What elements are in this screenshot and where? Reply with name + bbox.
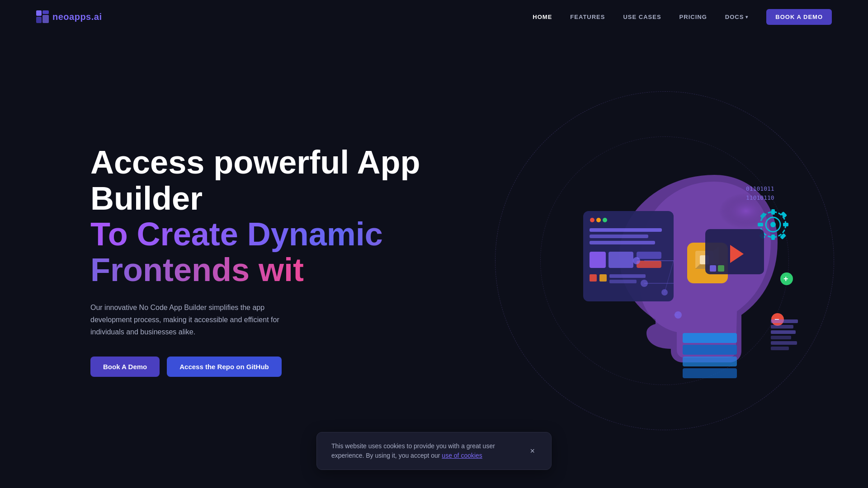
svg-rect-48 [771,325,793,328]
hero-section: Access powerful App Builder To Create Dy… [0,33,868,488]
hero-buttons: Book A Demo Access the Repo on GitHub [90,357,420,377]
logo-text: neoapps.ai [52,12,102,22]
hero-illustration: 01101011 11010110 [461,33,868,488]
nav-item-docs[interactable]: DOCS ▾ [725,14,749,20]
svg-rect-43 [683,333,737,343]
svg-rect-27 [599,274,607,282]
svg-rect-50 [771,336,791,339]
svg-point-31 [633,257,640,264]
logo-icon [36,10,49,23]
hero-subtitle: Our innovative No Code App Builder simpl… [90,301,307,338]
github-repo-button[interactable]: Access the Repo on GitHub [167,357,282,377]
cookie-message: This website uses cookies to provide you… [331,441,519,460]
nav-item-home[interactable]: HOME [533,13,552,21]
svg-rect-45 [683,357,737,366]
svg-rect-20 [590,235,648,238]
svg-rect-55 [710,265,716,272]
logo[interactable]: neoapps.ai [36,10,102,23]
nav-item-features[interactable]: FEATURES [570,13,605,21]
svg-rect-51 [771,341,797,345]
binary-line1: 01101011 [746,185,774,192]
svg-point-16 [590,218,594,222]
svg-rect-3 [36,17,42,23]
svg-point-6 [770,222,776,227]
svg-rect-24 [637,252,661,259]
nav-item-use-cases[interactable]: USE CASES [623,13,661,21]
svg-rect-52 [771,347,789,350]
chevron-down-icon: ▾ [745,14,748,19]
svg-rect-1 [42,10,49,14]
svg-rect-10 [783,223,788,226]
svg-rect-8 [771,235,775,240]
cookie-banner: This website uses cookies to provide you… [316,432,552,470]
svg-rect-46 [683,368,737,378]
svg-rect-22 [590,252,606,268]
navbar: neoapps.ai HOME FEATURES USE CASES PRICI… [0,0,868,33]
svg-point-18 [603,218,607,222]
cookie-link[interactable]: use of cookies [442,452,482,459]
svg-rect-0 [36,10,42,16]
nav-item-pricing[interactable]: PRICING [679,13,707,21]
nav-item-book-demo[interactable]: BOOK A DEMO [766,13,832,21]
svg-rect-2 [42,15,49,23]
hero-title: Access powerful App Builder To Create Dy… [90,145,420,288]
ui-card-small [705,229,764,274]
illustration-container: 01101011 11010110 [524,121,805,401]
svg-rect-44 [683,345,737,355]
svg-rect-56 [718,265,724,272]
svg-point-17 [596,218,601,222]
svg-text:+: + [783,274,788,283]
illustration-svg: 01101011 11010110 [524,121,805,401]
svg-point-61 [719,193,773,229]
svg-rect-26 [590,274,597,282]
svg-rect-19 [590,228,662,232]
svg-rect-23 [609,252,633,268]
svg-rect-25 [637,261,661,268]
ui-code-panel [583,211,674,301]
book-demo-button[interactable]: Book A Demo [90,357,160,377]
cookie-close-button[interactable]: × [528,445,537,458]
svg-rect-49 [771,330,796,334]
svg-rect-12 [781,211,787,218]
svg-rect-28 [609,274,646,278]
svg-rect-21 [590,241,655,244]
nav-links: HOME FEATURES USE CASES PRICING DOCS ▾ B… [533,13,832,21]
svg-rect-47 [771,319,798,323]
hero-content: Access powerful App Builder To Create Dy… [90,145,420,376]
svg-rect-29 [609,280,637,283]
